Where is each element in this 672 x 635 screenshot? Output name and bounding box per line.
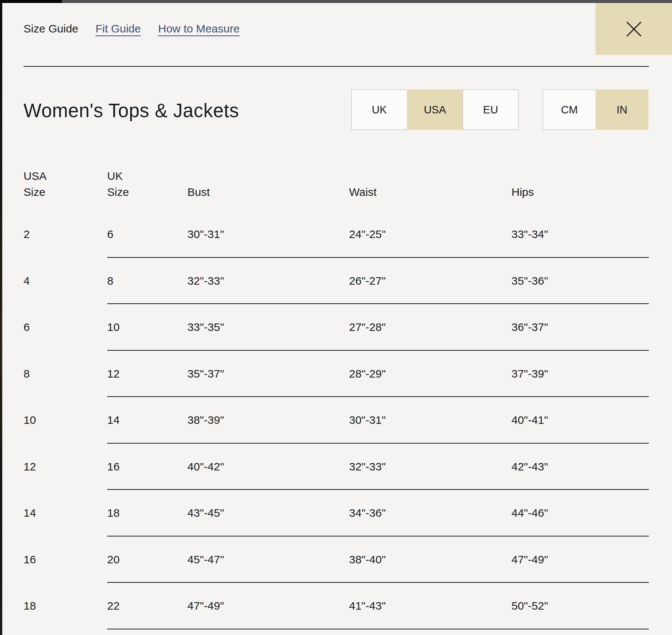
cell-hips: 33"-34" <box>511 228 649 241</box>
region-option-usa[interactable]: USA <box>407 90 463 130</box>
cell-hips: 42"-43" <box>511 460 649 473</box>
cell-waist: 27"-28" <box>349 321 511 334</box>
cell-waist: 30"-31" <box>349 414 511 426</box>
page-background-top-edge <box>0 0 672 3</box>
cell-bust: 43"-45" <box>187 507 349 519</box>
close-icon <box>625 20 643 38</box>
table-row: 12 16 40"-42" 32"-33" 42"-43" <box>24 444 649 490</box>
cell-hips: 35"-36" <box>511 275 649 287</box>
cell-bust: 32"-33" <box>187 275 349 287</box>
tab-size-guide[interactable]: Size Guide <box>24 22 78 35</box>
table-row: 6 10 33"-35" 27"-28" 36"-37" <box>24 304 649 351</box>
table-row: 16 20 45"-47" 38"-40" 47"-49" <box>24 537 649 583</box>
tab-how-to-measure[interactable]: How to Measure <box>158 22 239 35</box>
tab-fit-guide[interactable]: Fit Guide <box>96 22 141 35</box>
column-header-waist: Waist <box>349 184 511 200</box>
cell-uk-size: 20 <box>107 553 187 566</box>
table-row: 10 14 38"-39" 30"-31" 40"-41" <box>24 397 649 444</box>
table-row: 2 6 30"-31" 24"-25" 33"-34" <box>24 211 649 258</box>
cell-usa-size: 12 <box>24 460 107 473</box>
region-option-uk[interactable]: UK <box>351 90 407 130</box>
cell-hips: 36"-37" <box>511 321 649 334</box>
cell-usa-size: 4 <box>24 275 107 287</box>
cell-uk-size: 10 <box>107 321 187 334</box>
region-toggle: UK USA EU <box>351 90 519 130</box>
guide-tabs: Size Guide Fit Guide How to Measure <box>24 22 240 35</box>
cell-uk-size: 14 <box>107 414 187 426</box>
page-title: Women's Tops & Jackets <box>24 99 239 122</box>
cell-uk-size: 12 <box>107 367 187 380</box>
page-background-top-edge-dark <box>0 0 62 3</box>
cell-bust: 45"-47" <box>187 553 349 566</box>
cell-uk-size: 8 <box>107 275 187 287</box>
table-row: 14 18 43"-45" 34"-36" 44"-46" <box>24 490 649 537</box>
unit-option-cm[interactable]: CM <box>543 90 596 130</box>
size-table-body: 2 6 30"-31" 24"-25" 33"-34" 4 8 32"-33" … <box>24 211 649 629</box>
cell-usa-size: 2 <box>24 228 107 241</box>
cell-waist: 38"-40" <box>349 553 511 566</box>
size-guide-modal: Size Guide Fit Guide How to Measure Wome… <box>2 3 672 635</box>
cell-usa-size: 6 <box>24 321 107 334</box>
column-header-uk-size: UK Size <box>107 168 187 200</box>
cell-waist: 41"-43" <box>349 600 511 612</box>
cell-usa-size: 14 <box>24 507 107 519</box>
cell-usa-size: 18 <box>24 600 107 612</box>
close-button[interactable] <box>595 3 672 55</box>
cell-usa-size: 16 <box>24 553 107 566</box>
cell-waist: 32"-33" <box>349 460 511 473</box>
cell-bust: 38"-39" <box>187 414 349 426</box>
region-option-eu[interactable]: EU <box>463 90 519 130</box>
row-divider <box>107 629 649 629</box>
cell-hips: 47"-49" <box>511 553 649 566</box>
unit-option-in[interactable]: IN <box>595 90 648 130</box>
cell-uk-size: 16 <box>107 460 187 473</box>
cell-hips: 44"-46" <box>511 507 649 519</box>
toggle-groups: UK USA EU CM IN <box>351 90 648 130</box>
size-table-header: USA Size UK Size Bust Waist Hips <box>24 161 649 211</box>
cell-waist: 28"-29" <box>349 367 511 380</box>
cell-usa-size: 8 <box>24 367 107 380</box>
header-divider <box>24 66 649 67</box>
table-row: 4 8 32"-33" 26"-27" 35"-36" <box>24 258 649 304</box>
cell-bust: 33"-35" <box>187 321 349 334</box>
cell-waist: 26"-27" <box>349 275 511 287</box>
column-header-bust: Bust <box>187 184 349 200</box>
cell-waist: 34"-36" <box>349 507 511 519</box>
cell-bust: 35"-37" <box>187 367 349 380</box>
cell-uk-size: 6 <box>107 228 187 241</box>
table-row: 8 12 35"-37" 28"-29" 37"-39" <box>24 351 649 397</box>
cell-hips: 40"-41" <box>511 414 649 426</box>
column-header-hips: Hips <box>511 184 649 200</box>
unit-toggle: CM IN <box>543 90 648 130</box>
cell-waist: 24"-25" <box>349 228 511 241</box>
cell-usa-size: 10 <box>24 414 107 426</box>
cell-uk-size: 18 <box>107 507 187 519</box>
cell-hips: 37"-39" <box>511 367 649 380</box>
cell-bust: 30"-31" <box>187 228 349 241</box>
cell-bust: 40"-42" <box>187 460 349 473</box>
cell-bust: 47"-49" <box>187 600 349 612</box>
table-row: 18 22 47"-49" 41"-43" 50"-52" <box>24 583 649 629</box>
column-header-usa-size: USA Size <box>24 168 107 200</box>
size-table: USA Size UK Size Bust Waist Hips 2 6 30"… <box>24 161 649 629</box>
cell-uk-size: 22 <box>107 600 187 612</box>
cell-hips: 50"-52" <box>511 600 649 612</box>
